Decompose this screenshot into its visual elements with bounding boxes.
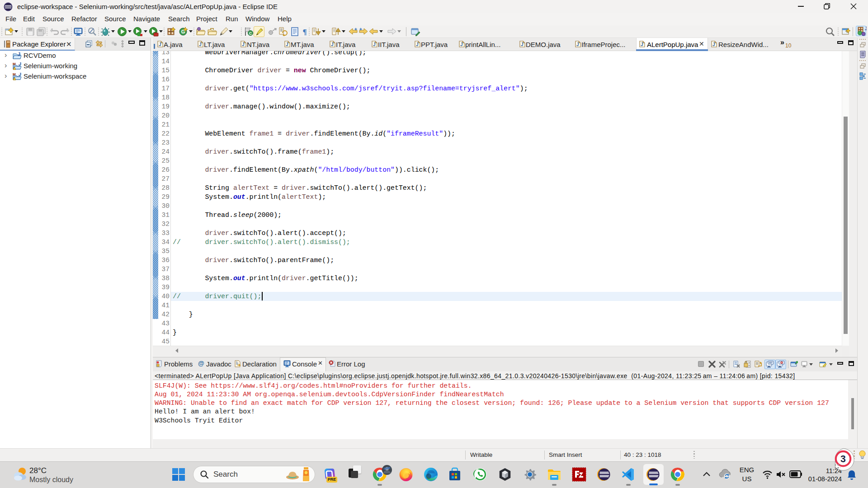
svg-text:C: C (249, 31, 252, 36)
svg-text:3: 3 (840, 454, 846, 465)
svg-text:M: M (13, 73, 16, 76)
svg-text:J: J (865, 26, 867, 31)
svg-text:J: J (19, 73, 21, 77)
svg-text:J: J (18, 52, 20, 57)
svg-text:J: J (19, 62, 21, 66)
svg-text:¶: ¶ (302, 28, 307, 36)
svg-text:M: M (13, 62, 16, 66)
